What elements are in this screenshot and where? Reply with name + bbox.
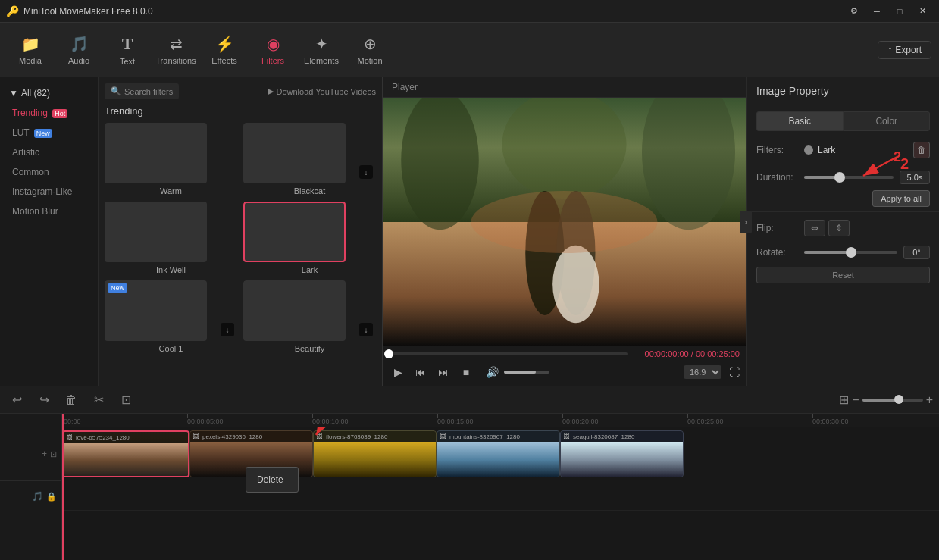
zoom-split-button[interactable]: ⊞ <box>839 393 849 407</box>
filter-content: 🔍 Search filters ▶ Download YouTube Vide… <box>99 77 382 386</box>
redo-button[interactable]: ↪ <box>33 389 55 411</box>
ruler-mark-0: 00:00 <box>62 416 81 425</box>
youtube-icon: ▶ <box>268 86 274 96</box>
filter-card-lark[interactable]: Lark <box>243 202 376 274</box>
duration-slider[interactable] <box>804 176 894 179</box>
step-back-button[interactable]: ⏮ <box>412 363 430 381</box>
filter-delete-button[interactable]: 🗑 <box>913 142 930 158</box>
delete-timeline-button[interactable]: 🗑 <box>61 389 82 411</box>
filters-label: Filters <box>261 56 284 65</box>
toolbar-filters[interactable]: ◉ Filters <box>250 27 296 73</box>
context-menu-delete[interactable]: Delete <box>246 471 298 489</box>
slider-knob[interactable] <box>834 172 845 183</box>
download-youtube-label: Download YouTube Videos <box>277 87 377 96</box>
video-track-controls: + ⊡ <box>0 427 61 480</box>
annotation-spacer: 2 <box>747 163 939 166</box>
clip-header-love: 🖼 love-6575234_1280 <box>64 432 188 443</box>
flip-row: Flip: ⇔ ⇕ <box>747 215 939 241</box>
fullscreen-button[interactable]: ⛶ <box>729 366 740 378</box>
time-total: 00:00:25:00 <box>696 349 740 358</box>
export-button[interactable]: ↑ Export <box>878 41 931 59</box>
maximize-button[interactable]: □ <box>889 4 910 19</box>
audio-lock-icon[interactable]: 🔒 <box>46 492 57 502</box>
sidebar-item-motion-blur[interactable]: Motion Blur <box>3 202 95 221</box>
ruler-mark-15s: 00:00:15:00 <box>437 414 474 425</box>
sidebar-item-trending[interactable]: Trending Hot <box>3 103 95 123</box>
app-icon: 🔑 <box>6 5 19 17</box>
zoom-slider[interactable] <box>862 399 923 402</box>
filter-name-beautify: Beautify <box>243 344 376 353</box>
filter-card-warm[interactable]: Warm <box>105 123 237 196</box>
toolbar-text[interactable]: T Text <box>105 27 150 73</box>
clip-icon-flowers: 🖼 <box>316 433 322 440</box>
ruler-offset <box>0 414 61 427</box>
instagram-label: Instagram-Like <box>12 186 72 197</box>
tab-basic[interactable]: Basic <box>756 111 844 131</box>
rotate-fill <box>804 251 851 254</box>
filter-name-inkwell: Ink Well <box>105 265 237 274</box>
flip-horizontal-button[interactable]: ⇔ <box>804 220 825 236</box>
minimize-button[interactable]: ─ <box>866 4 887 19</box>
clip-flowers[interactable]: 🖼 flowers-8763039_1280 <box>313 430 437 477</box>
zoom-knob[interactable] <box>894 395 903 404</box>
crop-button[interactable]: ⊡ <box>115 389 136 411</box>
clip-name-flowers: flowers-8763039_1280 <box>326 433 387 440</box>
volume-container: 🔊 <box>483 363 549 381</box>
video-track-settings-icon[interactable]: ⊡ <box>50 449 57 459</box>
filter-name-lark: Lark <box>243 265 376 274</box>
sidebar-item-lut[interactable]: LUT New <box>3 123 95 142</box>
add-audio-track-button[interactable]: 🎵 <box>32 491 43 502</box>
apply-to-all-button[interactable]: Apply to all <box>872 190 930 207</box>
stop-button[interactable]: ■ <box>457 363 475 381</box>
collapse-panel-button[interactable]: › <box>740 211 752 233</box>
tab-color[interactable]: Color <box>844 111 931 131</box>
reset-button[interactable]: Reset <box>756 267 930 283</box>
settings-button[interactable]: ⚙ <box>844 4 865 19</box>
motion-icon: ⊕ <box>364 35 377 53</box>
aspect-ratio-select[interactable]: 16:9 9:16 1:1 4:3 <box>684 365 721 379</box>
clip-seagull[interactable]: 🖼 seagull-8320687_1280 <box>560 430 684 477</box>
sidebar-item-common[interactable]: Common <box>3 162 95 182</box>
filters-panel-inner: ▼ All (82) Trending Hot LUT New Artistic… <box>0 77 382 386</box>
search-filters-button[interactable]: 🔍 Search filters <box>105 83 179 99</box>
volume-icon[interactable]: 🔊 <box>483 363 501 381</box>
slider-track <box>804 176 894 179</box>
step-forward-button[interactable]: ⏭ <box>434 363 452 381</box>
toolbar-media[interactable]: 📁 Media <box>8 27 53 73</box>
divider-1 <box>747 211 939 212</box>
flip-vertical-button[interactable]: ⇕ <box>828 220 850 236</box>
undo-button[interactable]: ↩ <box>6 389 27 411</box>
text-icon: T <box>122 34 133 54</box>
toolbar-effects[interactable]: ⚡ Effects <box>202 27 247 73</box>
toolbar-motion[interactable]: ⊕ Motion <box>347 27 393 73</box>
zoom-in-button[interactable]: + <box>926 393 933 407</box>
toolbar-elements[interactable]: ✦ Elements <box>299 27 344 73</box>
filter-card-beautify[interactable]: ↓ Beautify <box>243 280 376 353</box>
filter-card-cool1[interactable]: New ↓ Cool 1 <box>105 280 237 353</box>
rotate-knob[interactable] <box>846 247 856 258</box>
toolbar-transitions[interactable]: ⇄ Transitions <box>153 27 199 73</box>
video-track-row: 🖼 love-6575234_1280 🖼 pexels-4329036_128… <box>62 427 939 480</box>
clip-mountains[interactable]: 🖼 mountains-8326967_1280 <box>437 430 560 477</box>
transitions-icon: ⇄ <box>170 35 183 53</box>
close-button[interactable]: ✕ <box>912 4 933 19</box>
playhead-needle[interactable] <box>62 414 64 427</box>
filter-all-category[interactable]: ▼ All (82) <box>3 83 95 103</box>
volume-bar[interactable] <box>504 371 549 374</box>
zoom-out-button[interactable]: − <box>852 393 859 407</box>
download-youtube-button[interactable]: ▶ Download YouTube Videos <box>268 86 377 96</box>
sidebar-item-artistic[interactable]: Artistic <box>3 142 95 162</box>
progress-knob[interactable] <box>384 349 393 358</box>
toolbar-audio[interactable]: 🎵 Audio <box>56 27 102 73</box>
cut-button[interactable]: ✂ <box>88 389 109 411</box>
progress-bar[interactable] <box>389 352 628 355</box>
titlebar: 🔑 MiniTool MovieMaker Free 8.0.0 ⚙ ─ □ ✕ <box>0 0 939 23</box>
rotate-slider[interactable] <box>804 251 897 254</box>
filter-card-blackcat[interactable]: ↓ Blackcat <box>243 123 376 196</box>
clip-love[interactable]: 🖼 love-6575234_1280 <box>62 430 189 477</box>
play-button[interactable]: ▶ <box>389 363 407 381</box>
new-badge-cool1: New <box>108 283 127 293</box>
filter-card-inkwell[interactable]: Ink Well <box>105 202 237 274</box>
add-video-track-button[interactable]: + <box>42 449 47 459</box>
sidebar-item-instagram[interactable]: Instagram-Like <box>3 182 95 202</box>
